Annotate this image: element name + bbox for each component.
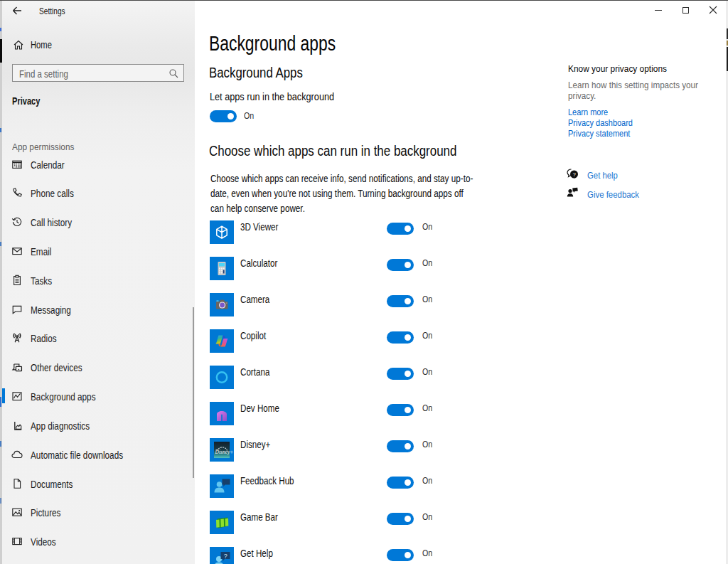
- svg-text:?: ?: [224, 553, 228, 560]
- svg-text:Disney+: Disney+: [215, 449, 234, 455]
- svg-text:?: ?: [573, 171, 576, 178]
